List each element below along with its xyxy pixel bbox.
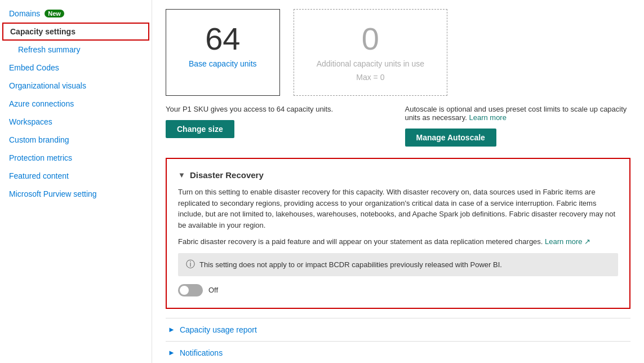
autoscale-description: Autoscale is optional and uses preset co…: [405, 105, 631, 122]
base-capacity-label: Base capacity units: [189, 59, 257, 68]
capacity-info-right: Autoscale is optional and uses preset co…: [405, 105, 631, 147]
sidebar-item-label: Protection metrics: [9, 153, 72, 162]
sidebar-item-label: Custom branding: [9, 135, 69, 144]
collapse-icon: ▼: [178, 171, 185, 179]
sidebar-item-label: Featured content: [9, 171, 69, 180]
autoscale-learn-more-link[interactable]: Learn more: [469, 113, 506, 122]
sidebar-item-label: Embed Codes: [9, 63, 59, 72]
dr-toggle-row: Off: [178, 284, 618, 296]
sidebar-item-organizational-visuals[interactable]: Organizational visuals: [0, 77, 152, 95]
sku-description: Your P1 SKU gives you access to 64 capac…: [166, 105, 392, 113]
sidebar: Domains New Capacity settings Refresh su…: [0, 0, 152, 363]
dr-toggle-label: Off: [208, 286, 218, 294]
dr-info-banner: ⓘ This setting does not apply to or impa…: [178, 253, 618, 276]
disaster-recovery-body: Turn on this setting to enable disaster …: [178, 187, 618, 296]
main-content: 64 Base capacity units 0 Additional capa…: [152, 0, 644, 363]
sidebar-item-featured-content[interactable]: Featured content: [0, 167, 152, 185]
notifications-label: Notifications: [180, 348, 223, 357]
sidebar-item-workspaces[interactable]: Workspaces: [0, 113, 152, 131]
sidebar-item-label: Capacity settings: [10, 27, 75, 36]
new-badge: New: [45, 10, 64, 17]
toggle-track: [178, 284, 203, 296]
additional-capacity-label: Additional capacity units in use: [317, 59, 424, 68]
additional-capacity-number: 0: [317, 23, 424, 55]
sidebar-item-label: Organizational visuals: [9, 81, 86, 90]
capacity-info-row: Your P1 SKU gives you access to 64 capac…: [166, 105, 630, 147]
base-capacity-box: 64 Base capacity units: [166, 9, 280, 96]
toggle-thumb: [180, 286, 189, 295]
additional-capacity-box: 0 Additional capacity units in use Max =…: [294, 9, 447, 96]
chevron-right-icon: ►: [168, 348, 175, 357]
disaster-recovery-header: ▼ Disaster Recovery: [178, 170, 618, 180]
sidebar-item-domains[interactable]: Domains New: [0, 5, 152, 23]
chevron-right-icon: ►: [168, 325, 175, 334]
sidebar-item-custom-branding[interactable]: Custom branding: [0, 131, 152, 149]
sidebar-item-capacity-settings[interactable]: Capacity settings: [2, 23, 149, 41]
base-capacity-number: 64: [189, 23, 257, 55]
capacity-boxes-row: 64 Base capacity units 0 Additional capa…: [166, 9, 630, 96]
sidebar-item-embed-codes[interactable]: Embed Codes: [0, 59, 152, 77]
disaster-recovery-section: ▼ Disaster Recovery Turn on this setting…: [166, 158, 630, 309]
capacity-usage-label: Capacity usage report: [180, 325, 257, 334]
dr-learn-more-link[interactable]: Learn more ↗: [545, 237, 590, 246]
manage-autoscale-button[interactable]: Manage Autoscale: [405, 129, 496, 147]
dr-toggle[interactable]: [178, 284, 203, 296]
sidebar-item-label: Domains: [9, 9, 40, 18]
change-size-button[interactable]: Change size: [166, 120, 234, 138]
sidebar-item-label: Microsoft Purview setting: [9, 189, 97, 198]
capacity-usage-report-section[interactable]: ► Capacity usage report: [166, 318, 630, 341]
sidebar-item-label: Azure connections: [9, 99, 74, 108]
sidebar-item-label: Refresh summary: [18, 45, 80, 54]
dr-description-1: Turn on this setting to enable disaster …: [178, 187, 618, 231]
dr-description-2: Fabric disaster recovery is a paid featu…: [178, 236, 618, 247]
notifications-section[interactable]: ► Notifications: [166, 341, 630, 364]
sidebar-item-refresh-summary[interactable]: Refresh summary: [0, 41, 152, 59]
info-icon: ⓘ: [186, 259, 195, 271]
sidebar-item-label: Workspaces: [9, 117, 52, 126]
additional-capacity-max: Max = 0: [317, 73, 424, 82]
sidebar-item-protection-metrics[interactable]: Protection metrics: [0, 149, 152, 167]
capacity-info-left: Your P1 SKU gives you access to 64 capac…: [166, 105, 392, 147]
sidebar-item-microsoft-purview[interactable]: Microsoft Purview setting: [0, 185, 152, 203]
disaster-recovery-title: Disaster Recovery: [190, 170, 264, 180]
sidebar-item-azure-connections[interactable]: Azure connections: [0, 95, 152, 113]
dr-info-text: This setting does not apply to or impact…: [199, 260, 502, 269]
